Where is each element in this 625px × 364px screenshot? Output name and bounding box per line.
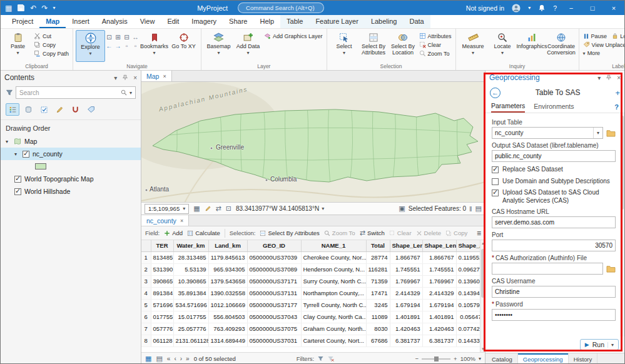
refresh-view-icon[interactable]: ▤ xyxy=(475,205,482,213)
notifications-bell-icon[interactable] xyxy=(538,4,546,12)
snapping-toggle-icon[interactable]: ⊡ xyxy=(226,205,231,213)
last-record-icon[interactable]: » xyxy=(186,355,190,362)
tab-imagery[interactable]: Imagery xyxy=(185,15,223,28)
column-header[interactable]: Land_km xyxy=(208,240,247,251)
pin-icon[interactable] xyxy=(122,74,128,81)
zoom-out-icon[interactable]: − xyxy=(415,355,419,362)
command-search[interactable] xyxy=(238,3,324,13)
row-number[interactable]: 4 xyxy=(141,287,151,299)
table-row[interactable]: 5571696534.5716961012.1066690500000US371… xyxy=(141,299,484,311)
tool-help-icon[interactable]: ? xyxy=(614,103,619,111)
scrollbar-thumb[interactable] xyxy=(621,116,624,210)
contents-search-input[interactable] xyxy=(19,89,118,96)
table-cell[interactable]: 28774 xyxy=(366,251,390,263)
next-extent-icon[interactable]: → xyxy=(114,42,122,50)
pan-icon[interactable]: ↔ xyxy=(131,33,140,41)
input-table-combobox[interactable]: nc_county ▾ xyxy=(492,127,603,139)
table-cell[interactable]: 25.057776 xyxy=(173,323,208,335)
tab-feature-layer[interactable]: Feature Layer xyxy=(309,15,364,28)
table-cell[interactable]: 0500000US37131 xyxy=(247,287,301,299)
tab-data[interactable]: Data xyxy=(403,15,430,28)
map-coordinates-readout[interactable]: 83.3413977°W 34.1405813°N ▾ xyxy=(236,205,324,212)
output-dataset-input[interactable] xyxy=(492,150,616,162)
table-cell[interactable]: 891384 xyxy=(151,287,173,299)
table-cell[interactable]: 3245 xyxy=(366,299,390,311)
tab-map[interactable]: Map xyxy=(39,15,66,28)
add-to-project-icon[interactable]: + xyxy=(615,88,620,98)
clear-selection-button[interactable]: Clear xyxy=(419,41,452,48)
tab-view[interactable]: View xyxy=(134,15,161,28)
table-cell[interactable]: 6.381737 xyxy=(390,335,422,346)
table-row[interactable]: 181348528.3134851179.8456130500000US3703… xyxy=(141,251,484,263)
table-cell[interactable]: 2131.061128 xyxy=(173,335,208,346)
scroll-down-icon[interactable]: ▼ xyxy=(480,347,485,351)
run-button[interactable]: ▶ Run ▾ xyxy=(580,339,619,350)
zoom-slider[interactable] xyxy=(422,358,450,360)
table-cell[interactable]: Tyrrell County, North C... xyxy=(301,299,366,311)
table-cell[interactable]: 1179.845613 xyxy=(208,251,247,263)
table-cell[interactable]: 0500000US37171 xyxy=(247,275,301,287)
table-cell[interactable]: 1314.689449 xyxy=(208,335,247,346)
filter-funnel-icon[interactable] xyxy=(317,355,324,362)
close-icon[interactable]: × xyxy=(180,218,183,224)
table-cell[interactable]: 390865 xyxy=(151,275,173,287)
table-cell[interactable]: Cherokee County, Nor... xyxy=(301,251,366,263)
previous-extent-icon[interactable]: ← xyxy=(105,42,113,50)
column-header[interactable]: TER xyxy=(151,240,173,251)
row-number[interactable]: 8 xyxy=(141,335,151,346)
scroll-up-icon[interactable]: ▲ xyxy=(480,241,485,245)
table-cell[interactable]: 1.769967 xyxy=(390,275,422,287)
tab-edit[interactable]: Edit xyxy=(161,15,185,28)
chevron-down-icon[interactable]: ▾ xyxy=(597,74,601,81)
zoom-to-selection-button[interactable]: Zoom To xyxy=(419,50,452,57)
list-by-labeling-icon[interactable] xyxy=(84,103,98,116)
tab-share[interactable]: Share xyxy=(223,15,253,28)
browse-folder-icon[interactable] xyxy=(606,129,616,137)
table-menu-icon[interactable]: ≡ xyxy=(477,229,481,238)
layer-visibility-checkbox[interactable] xyxy=(14,176,21,183)
table-cell[interactable]: 11089 xyxy=(366,311,390,323)
tab-history[interactable]: History xyxy=(569,353,598,364)
table-cell[interactable]: 1012.106669 xyxy=(208,299,247,311)
copy-button[interactable]: Copy xyxy=(34,41,69,48)
table-cell[interactable]: 017755 xyxy=(151,311,173,323)
list-by-snapping-icon[interactable] xyxy=(68,103,82,116)
signin-chevron-icon[interactable]: ▾ xyxy=(528,5,531,11)
bookmarks-button[interactable]: Bookmarks ▾ xyxy=(140,30,169,62)
cas-username-input[interactable] xyxy=(492,286,616,298)
tab-environments[interactable]: Environments xyxy=(534,101,574,112)
layer-visibility-checkbox[interactable] xyxy=(23,151,29,158)
table-row[interactable]: 25313905.53139965.9343050500000US37089He… xyxy=(141,263,484,275)
table-cell[interactable]: Graham County, North... xyxy=(301,323,366,335)
table-vertical-scrollbar[interactable]: ▲ ▼ xyxy=(480,240,485,352)
table-cell[interactable]: 0500000US37031 xyxy=(247,335,301,346)
column-header[interactable]: Total xyxy=(366,240,390,251)
table-cell[interactable]: 1.679194 xyxy=(390,299,422,311)
column-header[interactable]: NAME_1 xyxy=(301,240,366,251)
chevron-down-icon[interactable]: ▾ xyxy=(130,90,132,96)
table-cell[interactable]: 763.409293 xyxy=(208,323,247,335)
tree-item-world-topographic[interactable]: World Topographic Map xyxy=(1,173,141,185)
row-number[interactable]: 1 xyxy=(141,251,151,263)
table-cell[interactable]: 531390 xyxy=(151,263,173,275)
table-cell[interactable]: 061128 xyxy=(151,335,173,346)
replace-sas-dataset-checkbox[interactable]: Replace SAS Dataset xyxy=(492,166,616,174)
table-cell[interactable]: Surry County, North C... xyxy=(301,275,366,287)
tab-insert[interactable]: Insert xyxy=(66,15,96,28)
form-scrollbar[interactable] xyxy=(620,113,624,336)
list-by-source-icon[interactable] xyxy=(21,103,35,116)
cas-hostname-input[interactable] xyxy=(492,216,616,228)
authinfo-input[interactable] xyxy=(492,263,603,275)
map-scale-dropdown[interactable]: 1:5,109,965 ▾ xyxy=(145,204,189,214)
next-record-icon[interactable]: › xyxy=(180,355,182,362)
table-cell[interactable]: 1390.032558 xyxy=(208,287,247,299)
view-unplaced-button[interactable]: View Unplaced xyxy=(583,41,625,48)
column-header[interactable]: Shape_Length xyxy=(422,240,456,251)
table-cell[interactable]: 1.401891 xyxy=(390,311,422,323)
table-cell[interactable]: 1.769967 xyxy=(422,275,456,287)
table-cell[interactable]: 71359 xyxy=(366,275,390,287)
table-row[interactable]: 489138435.8913841390.0325580500000US3713… xyxy=(141,287,484,299)
table-cell[interactable]: 1.745551 xyxy=(390,263,422,275)
signin-status[interactable]: Not signed in xyxy=(466,4,504,12)
selection-box-icon[interactable]: ▫ xyxy=(123,42,131,50)
